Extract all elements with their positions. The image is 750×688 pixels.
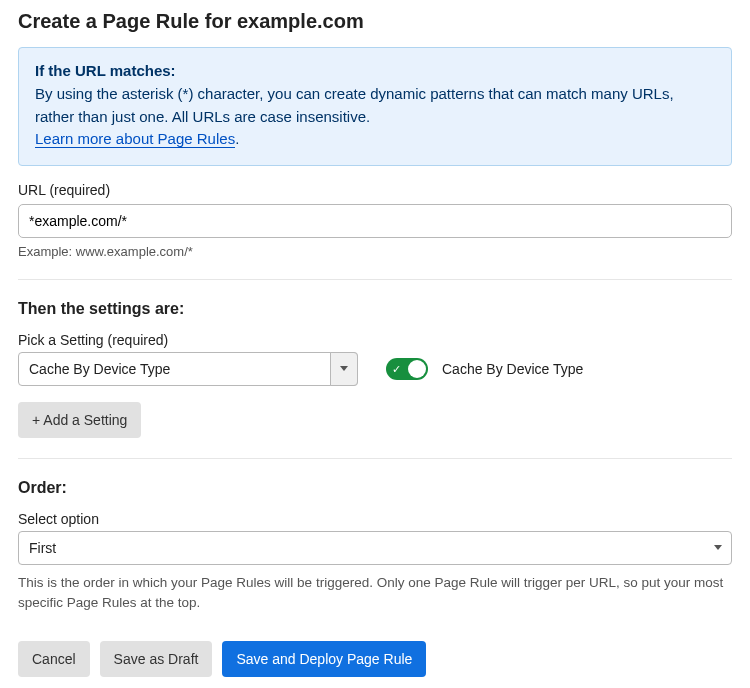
save-deploy-button[interactable]: Save and Deploy Page Rule: [222, 641, 426, 677]
action-row: Cancel Save as Draft Save and Deploy Pag…: [18, 641, 732, 677]
url-input[interactable]: [18, 204, 732, 238]
url-label: URL (required): [18, 182, 732, 198]
add-setting-button[interactable]: + Add a Setting: [18, 402, 141, 438]
toggle-knob: [408, 360, 426, 378]
url-helper: Example: www.example.com/*: [18, 244, 732, 259]
save-draft-button[interactable]: Save as Draft: [100, 641, 213, 677]
setting-select[interactable]: Cache By Device Type: [18, 352, 358, 386]
cache-device-type-toggle[interactable]: ✓: [386, 358, 428, 380]
info-box-body: By using the asterisk (*) character, you…: [35, 85, 674, 125]
divider: [18, 279, 732, 280]
page-title: Create a Page Rule for example.com: [18, 10, 732, 33]
cancel-button[interactable]: Cancel: [18, 641, 90, 677]
settings-heading: Then the settings are:: [18, 300, 732, 318]
toggle-label: Cache By Device Type: [442, 361, 583, 377]
info-box-period: .: [235, 130, 239, 147]
check-icon: ✓: [392, 363, 401, 374]
info-box: If the URL matches: By using the asteris…: [18, 47, 732, 166]
order-select-label: Select option: [18, 511, 732, 527]
order-select[interactable]: First: [18, 531, 732, 565]
learn-more-link[interactable]: Learn more about Page Rules: [35, 130, 235, 148]
pick-setting-label: Pick a Setting (required): [18, 332, 732, 348]
info-box-heading: If the URL matches:: [35, 62, 715, 79]
order-heading: Order:: [18, 479, 732, 497]
order-description: This is the order in which your Page Rul…: [18, 573, 732, 614]
divider: [18, 458, 732, 459]
